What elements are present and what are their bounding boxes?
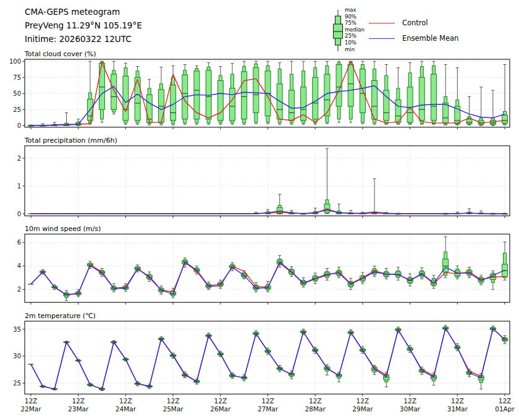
x-tick-hour-label: 12Z bbox=[25, 397, 38, 405]
meteogram-page: 0255075100Total cloud cover (%)012Total … bbox=[0, 0, 519, 420]
x-tick-date-label: 30Mar bbox=[400, 405, 421, 413]
y-tick-label: 75 bbox=[13, 74, 21, 81]
x-tick-hour-label: 12Z bbox=[499, 397, 512, 405]
x-tick-date-label: 31Mar bbox=[447, 405, 468, 413]
x-tick-hour-label: 12Z bbox=[261, 397, 274, 405]
y-tick-label: 0 bbox=[17, 122, 21, 129]
y-tick-label: 0 bbox=[17, 211, 21, 217]
x-tick-hour-label: 12Z bbox=[72, 397, 85, 405]
x-tick-hour-label: 12Z bbox=[357, 397, 369, 405]
y-tick-label: 30 bbox=[13, 353, 21, 359]
x-tick-hour-label: 12Z bbox=[214, 397, 227, 405]
x-tick-hour-label: 12Z bbox=[309, 397, 322, 405]
x-tick-date-label: 22Mar bbox=[20, 405, 41, 413]
x-tick-date-label: 25Mar bbox=[163, 405, 184, 413]
temperature-2m-panel: 2530352m temperature (℃) bbox=[13, 312, 510, 397]
total-precipitation-panel: 012Total precipitation (mm/6h) bbox=[17, 136, 510, 218]
y-tick-label: 2 bbox=[17, 286, 21, 293]
temperature-2m-title: 2m temperature (℃) bbox=[25, 312, 96, 320]
legend-label-75pct: 75% bbox=[345, 20, 365, 27]
legend-ensemble-mean-row: Ensemble Mean bbox=[369, 34, 458, 43]
legend-label-25pct: 25% bbox=[345, 33, 365, 40]
legend: max 90% 75% median 25% 10% min Control E… bbox=[0, 0, 519, 59]
y-tick-label: 25 bbox=[13, 106, 21, 113]
wind-speed-10m-panel: 24610m wind speed (m/s) bbox=[17, 225, 510, 304]
x-tick-date-label: 28Mar bbox=[305, 405, 326, 413]
y-tick-label: 6 bbox=[17, 239, 21, 246]
meteogram-chart: 0255075100Total cloud cover (%)012Total … bbox=[0, 0, 519, 420]
legend-label-min: min bbox=[345, 46, 365, 53]
y-tick-label: 4 bbox=[17, 262, 21, 269]
x-tick-hour-label: 12Z bbox=[403, 397, 416, 405]
x-tick-date-label: 23Mar bbox=[68, 405, 89, 413]
control-label: Control bbox=[402, 19, 428, 27]
legend-control-row: Control bbox=[369, 19, 428, 27]
y-tick-label: 2 bbox=[17, 155, 21, 162]
x-tick-hour-label: 12Z bbox=[167, 397, 180, 405]
x-tick-date-label: 26Mar bbox=[210, 405, 231, 413]
x-tick-date-label: 29Mar bbox=[352, 405, 373, 413]
x-tick-hour-label: 12Z bbox=[119, 397, 132, 405]
x-tick-date-label: 01Apr bbox=[495, 405, 515, 413]
y-tick-label: 35 bbox=[13, 326, 21, 333]
control-line-icon bbox=[369, 23, 395, 23]
legend-label-max: max bbox=[345, 7, 365, 14]
ensemble-mean-label: Ensemble Mean bbox=[402, 34, 458, 43]
total-cloud-cover-panel: 0255075100Total cloud cover (%) bbox=[9, 50, 510, 130]
ensemble-mean-line-icon bbox=[369, 38, 395, 39]
total-precipitation-title: Total precipitation (mm/6h) bbox=[24, 136, 117, 145]
x-axis-labels: 12Z22Mar12Z23Mar12Z24Mar12Z25Mar12Z26Mar… bbox=[20, 397, 515, 413]
legend-label-90pct: 90% bbox=[345, 14, 365, 20]
y-tick-label: 25 bbox=[13, 380, 21, 387]
legend-label-10pct: 10% bbox=[345, 40, 365, 46]
x-tick-date-label: 24Mar bbox=[116, 405, 137, 413]
boxplot-legend-labels: max 90% 75% median 25% 10% min bbox=[345, 7, 365, 52]
x-tick-hour-label: 12Z bbox=[451, 397, 464, 405]
legend-label-median: median bbox=[345, 27, 365, 33]
y-tick-label: 50 bbox=[13, 90, 21, 97]
y-tick-label: 1 bbox=[17, 183, 21, 190]
x-tick-date-label: 27Mar bbox=[258, 405, 279, 413]
y-tick-label: 100 bbox=[9, 58, 21, 65]
wind-speed-10m-title: 10m wind speed (m/s) bbox=[25, 225, 101, 233]
